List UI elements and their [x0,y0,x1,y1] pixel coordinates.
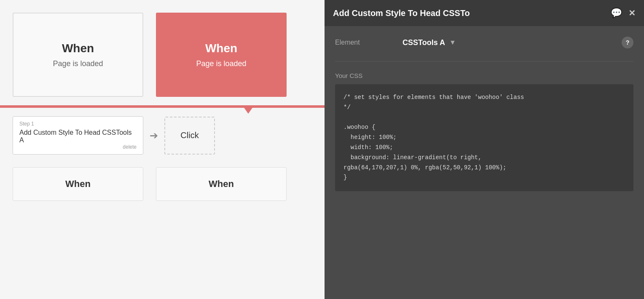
when-card-1-title: When [62,42,94,55]
red-divider [0,105,325,108]
when-card-2-subtitle: Page is loaded [196,59,246,68]
element-dropdown[interactable]: CSSTools A ▼ [402,38,617,47]
when-card-2-title: When [205,42,237,55]
panel-header-icons: 💬 ✕ [611,8,636,19]
help-button[interactable]: ? [622,37,633,48]
element-row: Element CSSTools A ▼ ? [335,37,633,48]
when-card-1[interactable]: When Page is loaded [13,13,143,97]
when-card-1-subtitle: Page is loaded [53,59,103,68]
step-label: Step 1 [19,121,137,127]
steps-row: Step 1 Add Custom Style To Head CSSTools… [0,108,325,163]
arrow-right-icon: ➔ [150,130,158,141]
css-code-block[interactable]: /* set styles for elements that have 'wo… [335,84,633,191]
when-card-2[interactable]: When Page is loaded [156,13,287,97]
click-label: Click [180,131,199,140]
panel-header: Add Custom Style To Head CSSTo 💬 ✕ [325,0,644,26]
step-title: Add Custom Style To Head CSSTools A [19,129,137,144]
element-label: Element [335,39,402,46]
step-card-1[interactable]: Step 1 Add Custom Style To Head CSSTools… [13,116,143,155]
when-cards-row: When Page is loaded When Page is loaded [0,0,325,97]
when-card-bottom-2[interactable]: When [156,167,287,201]
panel-title: Add Custom Style To Head CSSTo [333,8,470,18]
comment-icon[interactable]: 💬 [611,8,622,19]
when-card-bottom-1[interactable]: When [13,167,143,201]
panel-body: Element CSSTools A ▼ ? Your CSS /* set s… [325,26,644,299]
when-card-bottom-2-title: When [209,179,234,190]
css-section-label: Your CSS [335,72,633,79]
when-cards-bottom: When When [0,167,325,201]
close-icon[interactable]: ✕ [628,8,636,18]
dropdown-arrow-icon: ▼ [449,39,456,46]
red-divider-triangle [242,105,254,114]
click-card[interactable]: Click [164,117,215,155]
element-value: CSSTools A [402,38,445,47]
when-card-bottom-1-title: When [65,179,91,190]
step-delete[interactable]: delete [19,144,137,150]
divider-line [335,61,633,61]
right-panel: Add Custom Style To Head CSSTo 💬 ✕ Eleme… [325,0,644,299]
canvas-area: When Page is loaded When Page is loaded … [0,0,325,299]
